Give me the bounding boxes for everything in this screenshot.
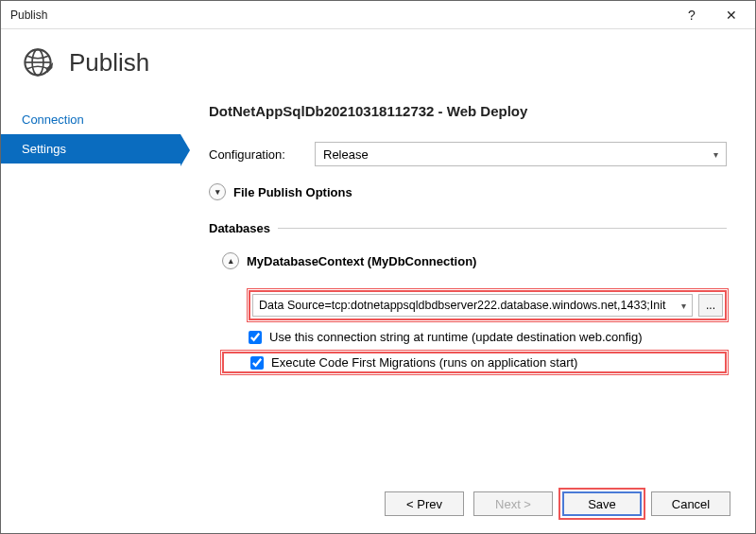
chevron-down-icon: ▾ xyxy=(713,149,718,160)
chevron-up-icon: ▴ xyxy=(222,252,239,269)
close-button[interactable]: ✕ xyxy=(712,4,751,26)
db-context-label: MyDatabaseContext (MyDbConnection) xyxy=(247,254,476,268)
window-title: Publish xyxy=(5,9,672,22)
connection-string-highlight: Data Source=tcp:dotnetappsqldbdbserver22… xyxy=(249,290,727,320)
connection-string-value: Data Source=tcp:dotnetappsqldbdbserver22… xyxy=(259,299,666,312)
titlebar: Publish ? ✕ xyxy=(1,1,755,29)
use-connection-string-checkbox[interactable] xyxy=(249,331,262,344)
header-title: Publish xyxy=(69,48,149,78)
execute-migrations-label: Execute Code First Migrations (runs on a… xyxy=(271,355,577,370)
help-button[interactable]: ? xyxy=(672,4,712,26)
sidebar-item-settings[interactable]: Settings xyxy=(1,134,180,164)
databases-section-title: Databases xyxy=(209,221,270,235)
file-publish-options-expander[interactable]: ▾ File Publish Options xyxy=(209,183,727,200)
execute-migrations-checkbox[interactable] xyxy=(250,356,264,370)
file-publish-options-label: File Publish Options xyxy=(233,185,352,199)
configuration-dropdown[interactable]: Release ▾ xyxy=(315,142,727,166)
connection-string-browse-button[interactable]: ... xyxy=(698,294,723,317)
chevron-down-icon: ▾ xyxy=(209,183,226,200)
profile-heading: DotNetAppSqlDb20210318112732 - Web Deplo… xyxy=(209,103,727,119)
prev-button[interactable]: < Prev xyxy=(385,491,464,516)
sidebar-item-connection[interactable]: Connection xyxy=(1,105,180,134)
header: Publish xyxy=(1,29,755,103)
migrations-highlight: Execute Code First Migrations (runs on a… xyxy=(222,352,727,373)
db-context-expander[interactable]: ▴ MyDatabaseContext (MyDbConnection) xyxy=(222,252,727,269)
main-panel: DotNetAppSqlDb20210318112732 - Web Deplo… xyxy=(180,103,755,478)
publish-dialog: Publish ? ✕ Publish Connection Settings … xyxy=(0,0,756,534)
sidebar: Connection Settings xyxy=(1,103,180,478)
configuration-label: Configuration: xyxy=(209,147,303,162)
publish-globe-icon xyxy=(22,46,54,78)
next-button: Next > xyxy=(473,491,553,516)
configuration-value: Release xyxy=(323,147,369,162)
use-connection-string-label: Use this connection string at runtime (u… xyxy=(269,330,643,344)
cancel-button[interactable]: Cancel xyxy=(651,491,730,516)
footer: < Prev Next > Save Cancel xyxy=(1,478,755,533)
connection-string-combobox[interactable]: Data Source=tcp:dotnetappsqldbdbserver22… xyxy=(252,294,693,317)
chevron-down-icon: ▾ xyxy=(681,301,686,311)
separator xyxy=(278,228,727,229)
save-button[interactable]: Save xyxy=(562,491,642,516)
